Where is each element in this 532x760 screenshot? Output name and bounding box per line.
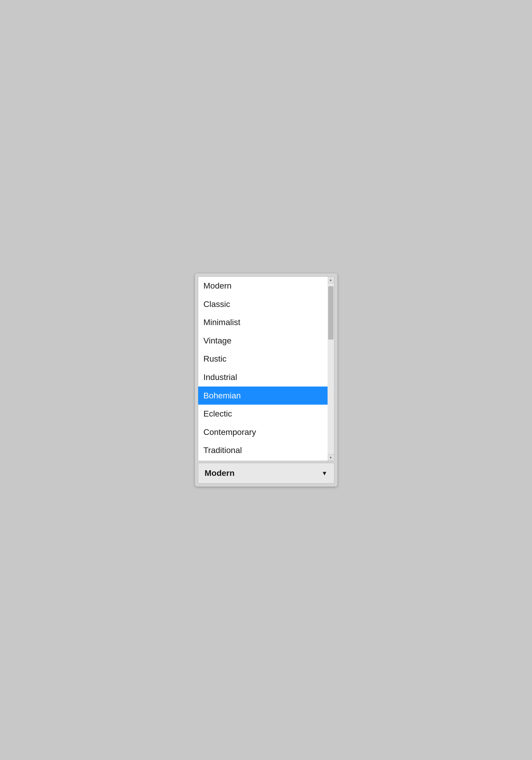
dropdown-item[interactable]: Bohemian [198,387,328,405]
dropdown-item[interactable]: Mid-Century Modern [198,459,328,461]
dropdown-item[interactable]: Traditional [198,441,328,459]
scrollbar-track[interactable]: ▲ ▼ [328,277,334,461]
dropdown-item[interactable]: Eclectic [198,404,328,423]
dropdown-list-container: ModernClassicMinimalistVintageRusticIndu… [198,276,334,461]
dropdown-arrow-icon: ▼ [322,470,328,477]
dropdown-item[interactable]: Industrial [198,368,328,387]
outer-container: ModernClassicMinimalistVintageRusticIndu… [195,273,337,487]
dropdown-item[interactable]: Minimalist [198,313,328,332]
scroll-down-button[interactable]: ▼ [328,454,334,461]
dropdown-item[interactable]: Vintage [198,332,328,350]
dropdown-item[interactable]: Classic [198,295,328,313]
dropdown-item[interactable]: Modern [198,277,328,295]
dropdown-item[interactable]: Contemporary [198,423,328,442]
scrollbar-thumb[interactable] [328,286,333,340]
scroll-up-button[interactable]: ▲ [328,277,334,283]
selected-value-text: Modern [205,468,235,478]
selected-display[interactable]: Modern ▼ [198,463,334,484]
dropdown-list[interactable]: ModernClassicMinimalistVintageRusticIndu… [198,277,328,461]
dropdown-item[interactable]: Rustic [198,350,328,368]
